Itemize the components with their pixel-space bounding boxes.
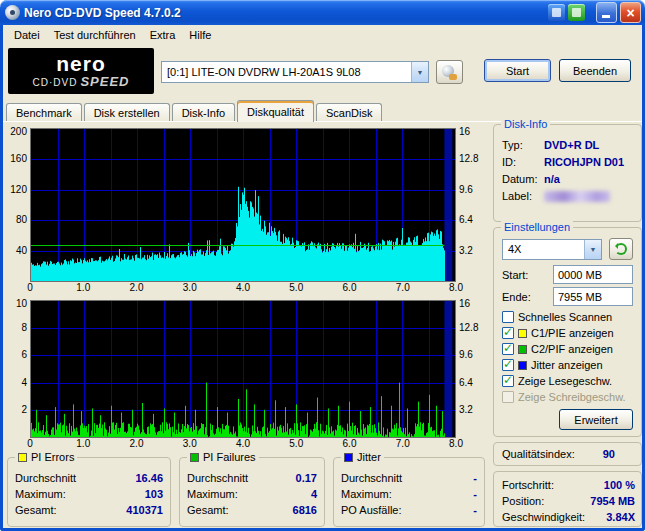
pif-color-swatch [518,345,527,354]
pif-y-axis-left: 10 8 6 4 2 [3,300,30,438]
disk-info-title: Disk-Info [501,118,550,130]
jitter-title: Jitter [357,451,381,463]
sidebar: Disk-Info Typ:DVD+R DL ID:RICOHJPN D01 D… [489,122,645,528]
pie-y-axis-right: 16 12.8 9.6 6.4 3.2 [456,128,483,282]
tab-disk-erstellen[interactable]: Disk erstellen [84,103,170,122]
settings-box: Einstellungen 4X ▼ Start: Ende: [493,227,642,437]
advanced-button[interactable]: Erweitert [559,409,633,430]
pif-total: 6816 [293,502,317,518]
start-field-label: Start: [502,269,528,281]
quit-button[interactable]: Beenden [559,59,631,82]
checkbox-c1-pie-anzeigen[interactable]: C1/PIE anzeigen [502,325,633,341]
pif-maximum: 4 [311,486,317,502]
pie-x-axis: 0 1.0 2.0 3.0 4.0 5.0 6.0 7.0 8.0 [30,282,456,295]
disk-type: DVD+R DL [544,137,599,154]
pie-maximum: 103 [145,486,163,502]
obscured-disk-label [544,191,610,202]
checkbox-box[interactable] [502,327,514,339]
end-field-label: Ende: [502,291,531,303]
quality-index-label: Qualitätsindex: [502,448,575,460]
app-disc-icon [5,5,20,20]
header: nero CD·DVD SPEED [0:1] LITE-ON DVDRW LH… [3,45,642,99]
speed-label: Geschwindigkeit: [502,509,585,525]
drive-properties-button[interactable] [436,60,463,84]
checkbox-box[interactable] [502,375,514,387]
progress-label: Fortschritt: [502,477,554,493]
checkbox-box[interactable] [502,343,514,355]
disc-hand-icon [442,65,457,80]
menu-hilfe[interactable]: Hilfe [182,27,218,43]
speed-select-value: 4X [503,243,584,255]
menu-extra[interactable]: Extra [143,27,183,43]
tab-diskqualitaet[interactable]: Diskqualität [237,100,314,122]
checkbox-c2-pif-anzeigen[interactable]: C2/PIF anzeigen [502,341,633,357]
chevron-down-icon[interactable]: ▼ [411,62,428,82]
refresh-icon [615,243,627,255]
pie-chart: 200 160 120 80 40 16 12.8 9.6 6.4 3.2 [3,128,489,282]
quality-index-box: Qualitätsindex: 90 [493,442,642,466]
checkbox-box[interactable] [502,359,514,371]
pif-chart-canvas [31,301,455,437]
start-button[interactable]: Start [484,59,551,82]
diskquality-page: 200 160 120 80 40 16 12.8 9.6 6.4 3.2 [3,122,642,528]
logo-speed-text: SPEED [80,74,129,89]
pi-errors-swatch-icon [18,453,27,462]
jitter-swatch-icon [344,453,353,462]
window-title: Nero CD-DVD Speed 4.7.0.2 [24,6,548,20]
tab-disk-info[interactable]: Disk-Info [172,103,235,122]
titlebar-green-icon[interactable] [568,4,585,21]
logo-subtitle: CD·DVD SPEED [33,74,130,89]
titlebar-blue-icon[interactable] [548,4,565,21]
app-window: Nero CD-DVD Speed 4.7.0.2 × Datei Test d… [0,0,645,531]
jitter-color-swatch [518,361,527,370]
pif-chart: 10 8 6 4 2 16 12.8 9.6 6.4 3.2 [3,300,489,438]
pie-chart-canvas [31,129,455,281]
pie-total: 410371 [126,502,163,518]
jitter-maximum: - [473,486,477,502]
disk-date: n/a [544,171,560,188]
refresh-speeds-button[interactable] [609,238,633,260]
logo-cddvd-text: CD·DVD [33,77,78,88]
drive-select[interactable]: [0:1] LITE-ON DVDRW LH-20A1S 9L08 ▼ [161,61,429,83]
pi-failures-swatch-icon [190,453,199,462]
jitter-average: - [473,470,477,486]
pi-failures-title: PI Failures [203,451,256,463]
menu-datei[interactable]: Datei [7,27,47,43]
quality-index-value: 90 [603,448,615,460]
menubar: Datei Test durchführen Extra Hilfe [3,25,642,45]
pie-average: 16.46 [135,470,163,486]
menu-test-durchfuehren[interactable]: Test durchführen [47,27,143,43]
pif-y-axis-right: 16 12.8 9.6 6.4 3.2 [456,300,483,438]
progress-box: Fortschritt:100 % Position:7954 MB Gesch… [493,471,642,527]
close-button[interactable]: × [620,2,641,23]
pi-errors-title: PI Errors [31,451,74,463]
chevron-down-icon[interactable]: ▼ [584,240,601,259]
checkbox-zeige-schreibgeschw[interactable]: Zeige Schreibgeschw. [502,389,633,405]
tab-benchmark[interactable]: Benchmark [6,103,82,122]
end-position-input[interactable] [553,287,633,306]
media-id: RICOHJPN D01 [544,154,624,171]
checkbox-jitter-anzeigen[interactable]: Jitter anzeigen [502,357,633,373]
charts-panel: 200 160 120 80 40 16 12.8 9.6 6.4 3.2 [3,122,489,528]
pie-y-axis-left: 200 160 120 80 40 [3,128,30,282]
speed-value: 3.84X [606,509,635,525]
jitter-box: Jitter Durchschnitt- Maximum:- PO Ausfäl… [333,457,485,527]
progress-value: 100 % [604,477,635,493]
minimize-button[interactable] [596,2,617,23]
stats-row: PI Errors Durchschnitt16.46 Maximum:103 … [7,457,489,527]
speed-select[interactable]: 4X ▼ [502,239,602,260]
checkbox-box[interactable] [502,311,514,323]
checkbox-zeige-lesegeschw[interactable]: Zeige Lesegeschw. [502,373,633,389]
disk-info-box: Disk-Info Typ:DVD+R DL ID:RICOHJPN D01 D… [493,124,642,222]
position-value: 7954 MB [590,493,635,509]
pif-x-axis: 0 1.0 2.0 3.0 4.0 5.0 6.0 7.0 8.0 [30,438,456,451]
titlebar[interactable]: Nero CD-DVD Speed 4.7.0.2 × [0,0,645,25]
start-position-input[interactable] [553,265,633,284]
tab-scandisk[interactable]: ScanDisk [316,103,382,122]
pi-errors-box: PI Errors Durchschnitt16.46 Maximum:103 … [7,457,171,527]
pif-average: 0.17 [296,470,317,486]
checkbox-box[interactable] [502,391,514,403]
settings-title: Einstellungen [501,221,573,233]
checkbox-schnelles-scannen[interactable]: Schnelles Scannen [502,309,633,325]
logo-nero-text: nero [56,54,106,74]
